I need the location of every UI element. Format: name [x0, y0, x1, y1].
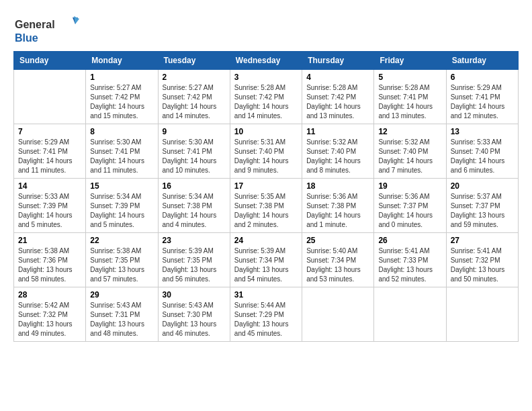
logo-svg: General Blue [13, 13, 87, 47]
day-cell: 7Sunrise: 5:29 AMSunset: 7:41 PMDaylight… [14, 124, 86, 179]
day-number: 15 [90, 181, 153, 191]
day-info: Sunrise: 5:27 AMSunset: 7:42 PMDaylight:… [90, 83, 153, 121]
day-info: Sunrise: 5:28 AMSunset: 7:41 PMDaylight:… [378, 83, 441, 121]
day-info: Sunrise: 5:39 AMSunset: 7:34 PMDaylight:… [234, 246, 298, 284]
day-cell: 24Sunrise: 5:39 AMSunset: 7:34 PMDayligh… [230, 233, 302, 287]
day-number: 4 [306, 73, 369, 82]
day-cell [14, 70, 86, 124]
day-number: 20 [451, 181, 514, 191]
day-cell: 1Sunrise: 5:27 AMSunset: 7:42 PMDaylight… [86, 70, 158, 124]
day-number: 18 [306, 181, 369, 191]
day-cell: 8Sunrise: 5:30 AMSunset: 7:41 PMDaylight… [86, 124, 158, 179]
day-number: 10 [234, 127, 298, 136]
day-info: Sunrise: 5:43 AMSunset: 7:30 PMDaylight:… [163, 301, 226, 338]
svg-text:Blue: Blue [15, 32, 38, 44]
day-cell: 28Sunrise: 5:42 AMSunset: 7:32 PMDayligh… [14, 287, 86, 342]
day-info: Sunrise: 5:40 AMSunset: 7:34 PMDaylight:… [306, 246, 369, 284]
day-info: Sunrise: 5:38 AMSunset: 7:35 PMDaylight:… [90, 246, 153, 284]
day-cell: 2Sunrise: 5:27 AMSunset: 7:42 PMDaylight… [158, 70, 230, 124]
week-row-5: 28Sunrise: 5:42 AMSunset: 7:32 PMDayligh… [14, 287, 519, 342]
day-number: 19 [378, 181, 441, 191]
day-info: Sunrise: 5:30 AMSunset: 7:41 PMDaylight:… [163, 138, 226, 175]
day-cell: 31Sunrise: 5:44 AMSunset: 7:29 PMDayligh… [230, 287, 302, 342]
day-cell: 11Sunrise: 5:32 AMSunset: 7:40 PMDayligh… [302, 124, 374, 179]
day-cell: 27Sunrise: 5:41 AMSunset: 7:32 PMDayligh… [446, 233, 518, 287]
svg-marker-2 [74, 16, 79, 24]
day-info: Sunrise: 5:36 AMSunset: 7:38 PMDaylight:… [306, 192, 369, 230]
day-info: Sunrise: 5:31 AMSunset: 7:40 PMDaylight:… [234, 138, 298, 175]
logo: General Blue [13, 13, 87, 47]
day-info: Sunrise: 5:41 AMSunset: 7:33 PMDaylight:… [378, 246, 441, 284]
day-cell: 25Sunrise: 5:40 AMSunset: 7:34 PMDayligh… [302, 233, 374, 287]
day-info: Sunrise: 5:29 AMSunset: 7:41 PMDaylight:… [451, 83, 514, 121]
day-number: 31 [234, 290, 298, 300]
day-info: Sunrise: 5:44 AMSunset: 7:29 PMDaylight:… [234, 301, 298, 338]
day-cell: 4Sunrise: 5:28 AMSunset: 7:42 PMDaylight… [302, 70, 374, 124]
day-info: Sunrise: 5:34 AMSunset: 7:38 PMDaylight:… [163, 192, 226, 230]
day-cell [374, 287, 446, 342]
day-cell: 15Sunrise: 5:34 AMSunset: 7:39 PMDayligh… [86, 179, 158, 233]
day-cell: 3Sunrise: 5:28 AMSunset: 7:42 PMDaylight… [230, 70, 302, 124]
weekday-header-monday: Monday [86, 52, 158, 70]
day-number: 3 [234, 73, 298, 82]
week-row-1: 1Sunrise: 5:27 AMSunset: 7:42 PMDaylight… [14, 70, 519, 124]
day-info: Sunrise: 5:36 AMSunset: 7:37 PMDaylight:… [378, 192, 441, 230]
weekday-header-row: SundayMondayTuesdayWednesdayThursdayFrid… [14, 52, 519, 70]
day-cell: 14Sunrise: 5:33 AMSunset: 7:39 PMDayligh… [14, 179, 86, 233]
svg-text:General: General [15, 19, 55, 30]
day-cell: 13Sunrise: 5:33 AMSunset: 7:40 PMDayligh… [446, 124, 518, 179]
day-cell: 18Sunrise: 5:36 AMSunset: 7:38 PMDayligh… [302, 179, 374, 233]
day-info: Sunrise: 5:34 AMSunset: 7:39 PMDaylight:… [90, 192, 153, 230]
day-cell: 10Sunrise: 5:31 AMSunset: 7:40 PMDayligh… [230, 124, 302, 179]
day-number: 13 [451, 127, 514, 136]
day-number: 17 [234, 181, 298, 191]
weekday-header-saturday: Saturday [446, 52, 518, 70]
day-cell: 5Sunrise: 5:28 AMSunset: 7:41 PMDaylight… [374, 70, 446, 124]
day-cell: 30Sunrise: 5:43 AMSunset: 7:30 PMDayligh… [158, 287, 230, 342]
calendar-table: SundayMondayTuesdayWednesdayThursdayFrid… [13, 51, 519, 342]
day-cell: 16Sunrise: 5:34 AMSunset: 7:38 PMDayligh… [158, 179, 230, 233]
day-info: Sunrise: 5:33 AMSunset: 7:40 PMDaylight:… [451, 138, 514, 175]
day-info: Sunrise: 5:32 AMSunset: 7:40 PMDaylight:… [378, 138, 441, 175]
day-number: 21 [18, 236, 81, 245]
weekday-header-wednesday: Wednesday [230, 52, 302, 70]
day-number: 22 [90, 236, 153, 245]
day-info: Sunrise: 5:27 AMSunset: 7:42 PMDaylight:… [163, 83, 226, 121]
day-cell: 19Sunrise: 5:36 AMSunset: 7:37 PMDayligh… [374, 179, 446, 233]
day-info: Sunrise: 5:41 AMSunset: 7:32 PMDaylight:… [451, 246, 514, 284]
page-header: General Blue [13, 13, 519, 47]
day-number: 23 [163, 236, 226, 245]
day-info: Sunrise: 5:38 AMSunset: 7:36 PMDaylight:… [18, 246, 81, 284]
day-number: 11 [306, 127, 369, 136]
day-cell: 6Sunrise: 5:29 AMSunset: 7:41 PMDaylight… [446, 70, 518, 124]
day-cell: 17Sunrise: 5:35 AMSunset: 7:38 PMDayligh… [230, 179, 302, 233]
day-number: 1 [90, 73, 153, 82]
day-info: Sunrise: 5:33 AMSunset: 7:39 PMDaylight:… [18, 192, 81, 230]
day-cell: 20Sunrise: 5:37 AMSunset: 7:37 PMDayligh… [446, 179, 518, 233]
week-row-4: 21Sunrise: 5:38 AMSunset: 7:36 PMDayligh… [14, 233, 519, 287]
day-cell: 29Sunrise: 5:43 AMSunset: 7:31 PMDayligh… [86, 287, 158, 342]
day-number: 6 [451, 73, 514, 82]
day-cell: 26Sunrise: 5:41 AMSunset: 7:33 PMDayligh… [374, 233, 446, 287]
day-cell: 12Sunrise: 5:32 AMSunset: 7:40 PMDayligh… [374, 124, 446, 179]
weekday-header-sunday: Sunday [14, 52, 86, 70]
day-info: Sunrise: 5:32 AMSunset: 7:40 PMDaylight:… [306, 138, 369, 175]
day-number: 9 [163, 127, 226, 136]
weekday-header-tuesday: Tuesday [158, 52, 230, 70]
day-info: Sunrise: 5:28 AMSunset: 7:42 PMDaylight:… [234, 83, 298, 121]
day-cell: 9Sunrise: 5:30 AMSunset: 7:41 PMDaylight… [158, 124, 230, 179]
day-number: 7 [18, 127, 81, 136]
day-info: Sunrise: 5:37 AMSunset: 7:37 PMDaylight:… [451, 192, 514, 230]
weekday-header-thursday: Thursday [302, 52, 374, 70]
day-number: 28 [18, 290, 81, 300]
day-info: Sunrise: 5:29 AMSunset: 7:41 PMDaylight:… [18, 138, 81, 175]
day-number: 16 [163, 181, 226, 191]
day-number: 24 [234, 236, 298, 245]
day-info: Sunrise: 5:35 AMSunset: 7:38 PMDaylight:… [234, 192, 298, 230]
day-cell: 22Sunrise: 5:38 AMSunset: 7:35 PMDayligh… [86, 233, 158, 287]
day-cell: 23Sunrise: 5:39 AMSunset: 7:35 PMDayligh… [158, 233, 230, 287]
weekday-header-friday: Friday [374, 52, 446, 70]
day-info: Sunrise: 5:30 AMSunset: 7:41 PMDaylight:… [90, 138, 153, 175]
week-row-2: 7Sunrise: 5:29 AMSunset: 7:41 PMDaylight… [14, 124, 519, 179]
day-number: 8 [90, 127, 153, 136]
